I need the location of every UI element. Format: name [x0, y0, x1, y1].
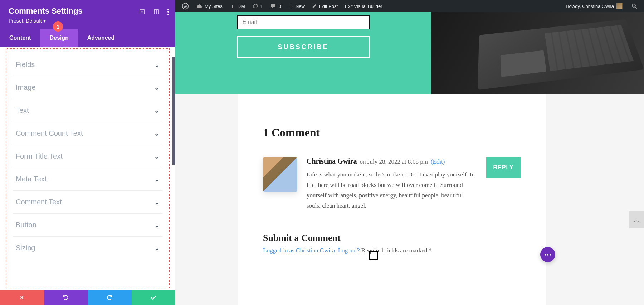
- hero-section: SUBSCRIBE: [175, 12, 644, 94]
- subscribe-form: SUBSCRIBE: [175, 12, 431, 94]
- comment-item: Christina Gwira on July 28, 2022 at 8:08…: [263, 157, 521, 211]
- svg-point-14: [632, 4, 635, 7]
- comment-meta: on July 28, 2022 at 8:08 pm: [360, 158, 428, 165]
- chevron-down-icon: ⌄: [154, 221, 160, 229]
- my-sites-link[interactable]: My Sites: [194, 3, 225, 9]
- updates-link[interactable]: 1: [250, 3, 265, 9]
- chevron-down-icon: ⌄: [154, 152, 160, 160]
- svg-point-6: [167, 14, 169, 15]
- tab-advanced[interactable]: Advanced: [78, 29, 124, 47]
- svg-rect-11: [232, 6, 233, 8]
- sidebar-footer: [0, 290, 175, 305]
- columns-icon[interactable]: [153, 9, 160, 16]
- tab-content[interactable]: Content: [0, 29, 40, 47]
- design-item-comment-text[interactable]: Comment Text⌄: [13, 191, 162, 214]
- main-preview: My Sites Divi 1 0 New Edit Post Exit Vis…: [175, 0, 644, 305]
- cancel-button[interactable]: [0, 290, 44, 305]
- design-options-list: Fields⌄ Image⌄ Text⌄ Comment Count Text⌄…: [6, 48, 170, 289]
- page-content: 1 Comment Christina Gwira on July 28, 20…: [175, 94, 644, 305]
- design-item-form-title-text[interactable]: Form Title Text⌄: [13, 145, 162, 168]
- svg-point-1: [142, 11, 142, 12]
- edit-post-link[interactable]: Edit Post: [310, 4, 340, 9]
- scroll-to-top-button[interactable]: ︿: [629, 211, 644, 228]
- search-icon[interactable]: [629, 3, 640, 9]
- reply-button[interactable]: REPLY: [486, 157, 521, 178]
- more-options-fab[interactable]: ⋯: [540, 247, 555, 262]
- logout-link[interactable]: Log out?: [338, 247, 360, 254]
- design-item-comment-count-text[interactable]: Comment Count Text⌄: [13, 122, 162, 145]
- commenter-avatar: [263, 157, 297, 192]
- howdy-link[interactable]: Howdy, Christina Gwira: [564, 3, 625, 9]
- comment-text: Life is what you make it, so let's make …: [307, 170, 477, 211]
- comment-author: Christina Gwira: [307, 157, 357, 165]
- undo-button[interactable]: [44, 290, 88, 305]
- avatar-icon: [616, 3, 623, 9]
- comments-link[interactable]: 0: [268, 3, 283, 9]
- design-item-sizing[interactable]: Sizing⌄: [13, 237, 162, 259]
- chevron-down-icon: ⌄: [154, 107, 160, 115]
- chevron-down-icon: ⌄: [154, 198, 160, 206]
- edit-comment-link[interactable]: (Edit): [431, 158, 445, 165]
- chevron-down-icon: ⌄: [154, 61, 160, 69]
- hero-image: [431, 12, 644, 94]
- subscribe-button[interactable]: SUBSCRIBE: [237, 36, 370, 58]
- step-badge: 1: [53, 21, 63, 32]
- sidebar-header: Comments Settings Preset: Default ▾ 1: [0, 0, 175, 29]
- design-item-image[interactable]: Image⌄: [13, 76, 162, 99]
- svg-line-15: [635, 7, 637, 9]
- comment-count-title: 1 Comment: [263, 126, 521, 139]
- new-link[interactable]: New: [286, 4, 307, 9]
- exit-vb-link[interactable]: Exit Visual Builder: [343, 4, 385, 9]
- redo-button[interactable]: [88, 290, 132, 305]
- wp-admin-bar: My Sites Divi 1 0 New Edit Post Exit Vis…: [175, 0, 644, 12]
- submit-comment-line: Logged in as Christina Gwira. Log out? R…: [263, 247, 521, 254]
- more-icon[interactable]: [167, 9, 169, 16]
- settings-sidebar: Comments Settings Preset: Default ▾ 1 Co…: [0, 0, 175, 305]
- site-link[interactable]: Divi: [228, 3, 248, 9]
- chevron-down-icon: ⌄: [154, 244, 160, 252]
- design-item-fields[interactable]: Fields⌄: [13, 53, 162, 76]
- chevron-down-icon: ⌄: [154, 175, 160, 183]
- design-item-text[interactable]: Text⌄: [13, 99, 162, 122]
- design-item-meta-text[interactable]: Meta Text⌄: [13, 168, 162, 191]
- chevron-down-icon: ⌄: [154, 84, 160, 92]
- submit-comment-title: Submit a Comment: [263, 233, 521, 243]
- expand-icon[interactable]: [139, 9, 145, 16]
- tab-design[interactable]: Design: [40, 29, 78, 47]
- chevron-down-icon: ▾: [43, 18, 46, 24]
- design-item-button[interactable]: Button⌄: [13, 214, 162, 237]
- preset-dropdown[interactable]: Preset: Default ▾: [9, 18, 46, 24]
- chevron-down-icon: ⌄: [154, 130, 160, 137]
- svg-point-10: [232, 5, 233, 6]
- checkbox-icon[interactable]: [369, 251, 378, 260]
- scrollbar[interactable]: [172, 57, 175, 165]
- settings-tabs: Content Design Advanced: [0, 29, 175, 47]
- save-button[interactable]: [132, 290, 176, 305]
- svg-point-4: [167, 9, 169, 10]
- logged-in-link[interactable]: Logged in as Christina Gwira: [263, 247, 335, 254]
- email-field[interactable]: [237, 15, 370, 29]
- svg-point-5: [167, 11, 169, 13]
- wp-logo-icon[interactable]: [180, 3, 191, 10]
